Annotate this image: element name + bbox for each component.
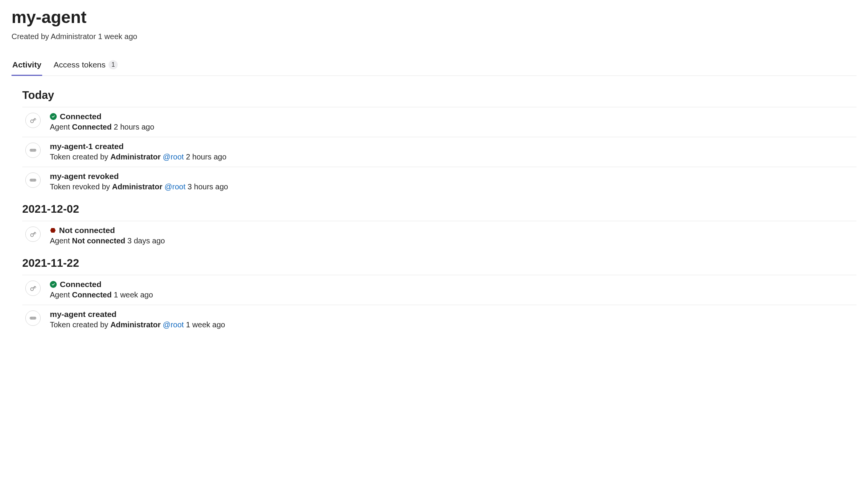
tab-activity[interactable]: Activity [12,56,42,76]
svg-line-20 [34,287,35,289]
activity-event: my-agent createdToken created by Adminis… [22,305,856,335]
event-body: Not connectedAgent Not connected 3 days … [50,226,856,245]
created-by: Administrator [51,32,96,41]
event-subtext: Agent Connected 1 week ago [50,291,856,299]
event-sub-bold: Administrator [112,182,162,191]
event-title: Connected [50,280,856,289]
event-title-text: my-agent created [50,310,117,319]
event-sub-bold: Connected [72,123,112,131]
token-icon [25,172,41,188]
event-subtext: Agent Connected 2 hours ago [50,123,856,131]
event-body: my-agent-1 createdToken created by Admin… [50,142,856,161]
activity-section: TodayConnectedAgent Connected 2 hours ag… [12,83,856,335]
event-time: 3 hours ago [187,182,228,191]
user-link[interactable]: @root [163,153,184,161]
event-time: 2 hours ago [186,153,227,161]
event-sub-prefix: Agent [50,236,70,245]
svg-point-22 [31,318,32,319]
token-icon [25,143,41,158]
event-sub-prefix: Token created by [50,320,108,329]
event-title: my-agent-1 created [50,142,856,151]
event-title-text: Connected [60,280,102,289]
event-sub-bold: Administrator [110,153,161,161]
svg-point-24 [34,318,35,319]
tabs: Activity Access tokens 1 [12,56,856,76]
event-title: my-agent revoked [50,172,856,181]
svg-line-19 [35,286,36,287]
event-title: my-agent created [50,310,856,319]
event-body: my-agent revokedToken revoked by Adminis… [50,172,856,191]
svg-line-15 [34,233,35,235]
activity-event: ConnectedAgent Connected 2 hours ago [22,107,856,137]
event-subtext: Token revoked by Administrator @root 3 h… [50,182,856,191]
event-sub-prefix: Agent [50,123,70,131]
event-time: 1 week ago [114,291,153,299]
event-sub-bold: Connected [72,291,112,299]
plug-icon [25,281,41,296]
created-prefix: Created by [12,32,49,41]
token-icon [25,310,41,326]
page-title: my-agent [12,8,856,27]
page-subhead: Created by Administrator 1 week ago [12,32,856,41]
date-header: 2021-12-02 [22,197,856,221]
event-title-text: Connected [60,112,102,121]
svg-line-3 [34,120,35,121]
user-link[interactable]: @root [163,320,184,329]
event-title: Not connected [50,226,856,235]
status-not-connected-icon [50,227,56,233]
event-time: 3 days ago [127,236,165,245]
tab-activity-label: Activity [12,60,41,69]
svg-point-5 [31,150,32,151]
event-sub-prefix: Agent [50,291,70,299]
svg-line-14 [35,232,36,233]
date-header: Today [22,83,856,107]
plug-icon [25,113,41,128]
svg-point-11 [34,180,35,181]
event-title: Connected [50,112,856,121]
activity-event: my-agent-1 createdToken created by Admin… [22,137,856,167]
event-title-text: my-agent revoked [50,172,119,181]
tab-access-tokens[interactable]: Access tokens 1 [53,56,118,76]
event-subtext: Token created by Administrator @root 2 h… [50,153,856,161]
svg-point-7 [34,150,35,151]
event-sub-prefix: Token created by [50,153,108,161]
event-sub-prefix: Token revoked by [50,182,110,191]
event-title-text: Not connected [59,226,115,235]
activity-event: Not connectedAgent Not connected 3 days … [22,221,856,251]
plug-icon [25,227,41,242]
event-body: my-agent createdToken created by Adminis… [50,310,856,329]
status-connected-icon [50,113,57,120]
status-connected-icon [50,281,57,288]
activity-event: my-agent revokedToken revoked by Adminis… [22,167,856,197]
event-subtext: Token created by Administrator @root 1 w… [50,320,856,329]
activity-event: ConnectedAgent Connected 1 week ago [22,275,856,305]
svg-point-23 [33,318,33,319]
svg-point-9 [31,180,32,181]
event-time: 2 hours ago [114,123,155,131]
event-title-text: my-agent-1 created [50,142,124,151]
tab-access-tokens-label: Access tokens [54,60,105,69]
svg-line-2 [35,118,36,120]
event-sub-bold: Not connected [72,236,125,245]
svg-point-6 [33,150,33,151]
event-time: 1 week ago [186,320,225,329]
svg-point-10 [33,180,33,181]
access-tokens-count-badge: 1 [108,60,118,69]
svg-marker-16 [50,228,56,233]
event-sub-bold: Administrator [110,320,161,329]
date-header: 2021-11-22 [22,251,856,275]
event-subtext: Agent Not connected 3 days ago [50,236,856,245]
event-body: ConnectedAgent Connected 1 week ago [50,280,856,299]
created-time: 1 week ago [98,32,137,41]
user-link[interactable]: @root [164,182,186,191]
event-body: ConnectedAgent Connected 2 hours ago [50,112,856,131]
